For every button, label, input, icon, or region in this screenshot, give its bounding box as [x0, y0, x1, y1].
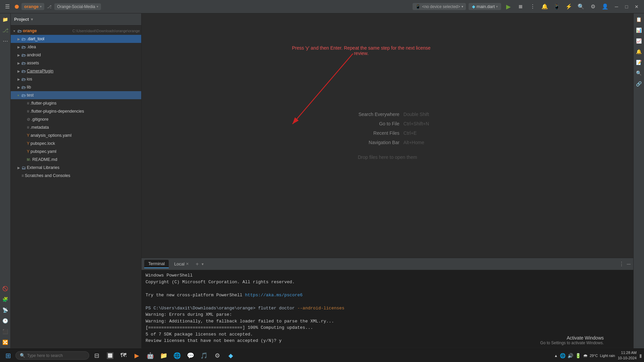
editor-drop-area: Search Everywhere Double Shift Go to Fil… — [142, 13, 633, 258]
tree-assets[interactable]: ▶ 🗁 assets — [11, 59, 141, 67]
tree-idea[interactable]: ▶ 🗁 .idea — [11, 43, 141, 51]
tree-metadata[interactable]: ≡ .metadata — [11, 123, 141, 131]
tree-camera-plugin[interactable]: ▶ 🗁 CameraPlugin — [11, 67, 141, 75]
term-line-blank-2 — [146, 298, 629, 305]
term-line-2: Copyright (C) Microsoft Corporation. All… — [146, 279, 629, 286]
start-button[interactable]: ⊞ — [2, 350, 14, 362]
terminal-minimize-button[interactable]: ─ — [627, 261, 631, 267]
right-icon-1[interactable]: 📋 — [634, 15, 644, 24]
todo-icon[interactable]: 🕐 — [1, 316, 10, 325]
clock-time: 11:28 AM — [618, 350, 637, 355]
tree-flutter-plugins[interactable]: ≡ .flutter-plugins — [11, 99, 141, 107]
battery-icon[interactable]: 🔋 — [575, 353, 581, 358]
stop-button[interactable]: ⏹ — [516, 2, 525, 11]
show-desktop-button[interactable]: ▮ — [639, 353, 642, 358]
tree-readme[interactable]: M↓ README.md — [11, 156, 141, 164]
speaker-icon[interactable]: 🔊 — [568, 353, 573, 358]
project-dropdown[interactable]: orange ▾ — [21, 3, 44, 10]
local-tab-close[interactable]: ✕ — [186, 262, 189, 266]
file-tab-main-dart[interactable]: ◆ main.dart ▾ — [469, 3, 501, 10]
tree-scratches-consoles[interactable]: ≡ Scratches and Consoles — [11, 172, 141, 180]
file-icon-metadata: ≡ — [27, 125, 29, 130]
right-icon-6[interactable]: 🔍 — [634, 68, 644, 78]
tree-root-orange[interactable]: ▾ 🗁 orange C:\Users\daxit\Downloads\oran… — [11, 27, 141, 35]
win-activate-subtitle: Go to Settings to activate Windows. — [540, 341, 604, 345]
files-app[interactable]: 📁 — [158, 350, 170, 362]
term-line-1: Windows PowerShell — [146, 272, 629, 279]
system-clock[interactable]: 11:28 AM 10-10-2024 — [618, 350, 637, 361]
spotify-icon: 🎵 — [200, 352, 208, 359]
right-icon-2[interactable]: 📊 — [634, 25, 644, 35]
hamburger-menu[interactable]: ☰ — [3, 2, 12, 11]
tree-name-dart-tool: .dart_tool — [27, 37, 140, 41]
maximize-button[interactable]: □ — [622, 2, 631, 11]
tree-name-external: External Libraries — [27, 165, 140, 170]
power-icon[interactable]: ⚡ — [564, 2, 574, 11]
tree-gitignore[interactable]: ⊘ .gitignore — [11, 115, 141, 123]
more-actions-button[interactable]: ⋮ — [528, 2, 537, 11]
search-everywhere-icon[interactable]: 🔍 — [576, 2, 586, 11]
tree-pubspec-lock[interactable]: Y pubspec.lock — [11, 139, 141, 147]
settings-app[interactable]: ⚙ — [211, 350, 223, 362]
folder-icon-android: 🗁 — [21, 53, 26, 58]
add-terminal-button[interactable]: + — [194, 261, 200, 267]
more-tools-icon[interactable]: ⋯ — [1, 36, 10, 46]
intellij-app[interactable]: ▶ — [131, 350, 143, 362]
flutter-app[interactable]: ◆ — [225, 350, 237, 362]
browser-app[interactable]: 🌐 — [171, 350, 183, 362]
pscore-link[interactable]: https://aka.ms/pscore6 — [245, 293, 303, 298]
notifications-icon[interactable]: 🔔 — [540, 2, 549, 11]
device-chevron: ▾ — [462, 5, 463, 8]
file-tab-label: main.dart — [477, 4, 495, 9]
run-button[interactable]: ▶ — [504, 2, 513, 11]
tree-analysis-options[interactable]: Y analysis_options.yaml — [11, 131, 141, 139]
maps-app[interactable]: 🗺 — [117, 350, 129, 362]
spotify-app[interactable]: 🎵 — [198, 350, 210, 362]
no-wifi-icon[interactable]: 🚫 — [1, 284, 10, 293]
close-button[interactable]: ✕ — [632, 2, 641, 11]
file-icon-pubspec-lock: Y — [27, 141, 30, 146]
widgets-button[interactable]: 🔲 — [104, 350, 116, 362]
branch-dropdown[interactable]: Orange-Social-Media ▾ — [54, 3, 101, 10]
slack-app[interactable]: 💬 — [184, 350, 197, 362]
minimize-button[interactable]: ─ — [612, 2, 621, 11]
right-icon-3[interactable]: 📈 — [634, 36, 644, 46]
tree-dart-tool[interactable]: ▶ 🗁 .dart_tool — [11, 35, 141, 43]
tree-root-name: orange — [23, 28, 70, 33]
search-input[interactable] — [27, 353, 81, 358]
device-selector[interactable]: 📱 <no device selected> ▾ — [413, 3, 466, 10]
local-tab[interactable]: Local ✕ — [170, 260, 193, 268]
tree-pubspec-yaml[interactable]: Y pubspec.yaml — [11, 147, 141, 156]
terminal-more-button[interactable]: ⋮ — [619, 261, 624, 267]
tree-ios[interactable]: ▶ 🗁 ios — [11, 75, 141, 83]
device-label: <no device selected> — [422, 4, 460, 9]
device-manager-icon[interactable]: 📱 — [552, 2, 561, 11]
system-tray: ▲ 🌐 🔊 🔋 🌧 29°C Light rain — [554, 353, 615, 358]
plugins-icon[interactable]: 🧩 — [1, 295, 10, 304]
terminal-tab[interactable]: Terminal — [144, 260, 169, 268]
network-tray-icon[interactable]: 🌐 — [560, 353, 566, 358]
terminal-icon[interactable]: ⬛ — [1, 327, 10, 336]
arrow-up-icon[interactable]: ▲ — [554, 354, 558, 358]
right-icon-4[interactable]: 🔔 — [634, 47, 644, 56]
tree-lib[interactable]: ▶ 🗁 lib — [11, 83, 141, 91]
settings-icon[interactable]: ⚙ — [588, 2, 598, 11]
slack-icon: 💬 — [187, 352, 194, 359]
weather-icon[interactable]: 🌧 — [583, 353, 588, 358]
right-icon-7[interactable]: 🔗 — [634, 79, 644, 88]
tree-test[interactable]: ▾ 🗁 test — [11, 91, 141, 99]
right-icon-5[interactable]: 📝 — [634, 58, 644, 67]
network-icon[interactable]: 📡 — [1, 305, 10, 315]
android-app[interactable]: 🤖 — [144, 350, 156, 362]
taskbar-search-box[interactable]: 🔍 — [15, 351, 89, 360]
git-icon[interactable]: 🔀 — [1, 338, 10, 347]
folder-icon[interactable]: 📁 — [1, 15, 10, 24]
vcs-icon[interactable]: ⎇ — [1, 25, 10, 35]
profile-icon[interactable]: 👤 — [600, 2, 610, 11]
tree-android[interactable]: ▶ 🗁 android — [11, 51, 141, 59]
tree-flutter-plugins-dep[interactable]: ≡ .flutter-plugins-dependencies — [11, 107, 141, 115]
taskview-button[interactable]: ⊟ — [91, 350, 103, 362]
tree-external-libraries[interactable]: ▶ 🗂 External Libraries — [11, 164, 141, 172]
shortcut-list: Search Everywhere Double Shift Go to Fil… — [346, 112, 429, 145]
terminal-dropdown[interactable]: ▾ — [202, 262, 204, 266]
